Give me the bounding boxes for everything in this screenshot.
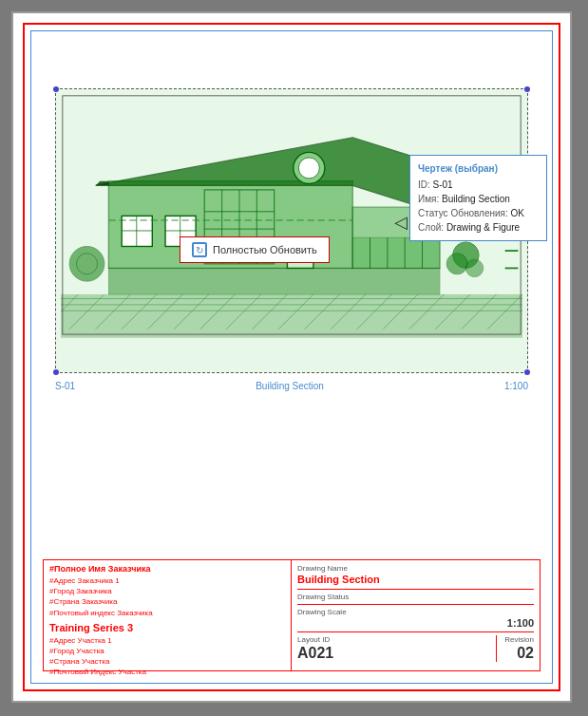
svg-point-49	[69, 246, 104, 281]
divider-3	[297, 631, 534, 632]
tooltip-name-label: Имя:	[418, 194, 439, 204]
drawing-labels: S-01 Building Section 1:100	[55, 381, 528, 391]
tooltip-layer-label: Слой:	[418, 222, 444, 233]
layout-id-label: Layout ID	[297, 635, 496, 644]
client-name: #Полное Имя Заказчика	[49, 564, 285, 574]
tooltip-id-row: ID: S-01	[418, 178, 539, 192]
divider-2	[297, 604, 534, 605]
drawing-id-label: S-01	[55, 381, 75, 391]
corner-dot-tr	[524, 86, 530, 92]
refresh-button[interactable]: ↻ Полностью Обновить	[180, 236, 330, 263]
site-address: #Адрес Участка 1	[49, 635, 285, 646]
layout-revision-row: Layout ID A021 Revision 02	[297, 635, 534, 662]
site-postal: #Почтовый Индекс Участка	[49, 667, 285, 677]
tooltip-status-label: Статус Обновления:	[418, 208, 508, 218]
revision-box: Revision 02	[496, 635, 534, 662]
svg-marker-26	[96, 181, 109, 186]
right-drawing-name-value: Building Section	[297, 574, 534, 585]
tooltip-id-value: S-01	[433, 179, 453, 190]
title-block: #Полное Имя Заказчика #Адрес Заказчика 1…	[43, 559, 541, 671]
tooltip-popup: Чертеж (выбран) ID: S-01 Имя: Building S…	[409, 155, 547, 241]
tooltip-id-label: ID:	[418, 179, 430, 190]
corner-dot-bl	[53, 369, 59, 375]
layout-id-box: Layout ID A021	[297, 635, 496, 662]
site-city: #Город Участка	[49, 646, 285, 656]
tooltip-name-row: Имя: Building Section	[418, 192, 539, 206]
right-drawing-scale-label: Drawing Scale	[297, 608, 534, 616]
tooltip-name-value: Building Section	[442, 194, 510, 204]
client-postal: #Почтовый индекс Заказчика	[49, 608, 285, 618]
tooltip-status-row: Статус Обновления: OK	[418, 206, 539, 220]
tooltip-status-value: OK	[511, 208, 524, 218]
refresh-label: Полностью Обновить	[213, 244, 317, 255]
right-drawing-name-label: Drawing Name	[297, 564, 534, 573]
drawing-area: ↻ Полностью Обновить S-01 Building Secti…	[41, 41, 542, 559]
page-blue-border: ↻ Полностью Обновить S-01 Building Secti…	[30, 30, 553, 684]
site-country: #Страна Участка	[49, 656, 285, 667]
corner-dot-tl	[53, 86, 59, 92]
page-inner: ↻ Полностью Обновить S-01 Building Secti…	[23, 23, 560, 691]
svg-point-41	[298, 158, 319, 179]
right-drawing-scale-value: 1:100	[297, 617, 534, 629]
client-address: #Адрес Заказчика 1	[49, 575, 285, 586]
layout-id-value: A021	[297, 645, 496, 662]
refresh-icon: ↻	[192, 242, 207, 257]
title-block-right: Drawing Name Building Section Drawing St…	[292, 560, 540, 670]
svg-rect-43	[352, 237, 440, 268]
right-drawing-status-label: Drawing Status	[297, 593, 534, 601]
drawing-name-label: Building Section	[256, 381, 324, 391]
page-container: ↻ Полностью Обновить S-01 Building Secti…	[11, 11, 572, 703]
training-series: Training Series 3	[49, 622, 285, 633]
tooltip-layer-row: Слой: Drawing & Figure	[418, 220, 539, 235]
client-city: #Город Заказчика	[49, 586, 285, 596]
revision-value: 02	[501, 645, 534, 662]
corner-dot-br	[524, 369, 530, 375]
divider-1	[297, 589, 534, 590]
tooltip-layer-value: Drawing & Figure	[446, 222, 520, 233]
svg-point-52	[446, 254, 467, 274]
cursor-arrow: ▷	[394, 212, 408, 233]
svg-rect-22	[108, 268, 439, 294]
client-country: #Страна Заказчика	[49, 596, 285, 607]
svg-point-53	[465, 259, 483, 276]
tooltip-title: Чертеж (выбран)	[418, 161, 539, 176]
title-block-left: #Полное Имя Заказчика #Адрес Заказчика 1…	[44, 560, 292, 670]
drawing-scale-label: 1:100	[504, 381, 528, 391]
revision-label: Revision	[501, 635, 534, 644]
svg-rect-27	[122, 216, 152, 246]
